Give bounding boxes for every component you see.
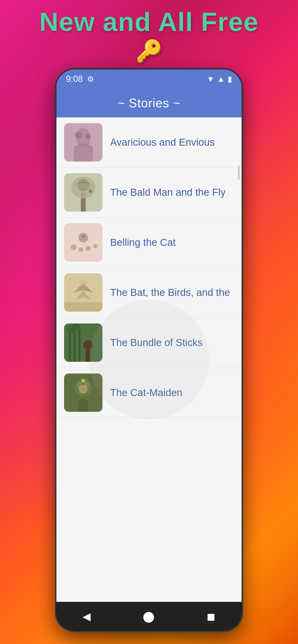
story-title: The Bald Man and the Fly <box>110 186 234 199</box>
story-title: The Bundle of Sticks <box>110 336 234 349</box>
story-title: The Bat, the Birds, and the <box>110 286 234 299</box>
svg-rect-24 <box>74 328 76 362</box>
story-thumbnail <box>64 374 102 412</box>
home-button[interactable]: ⬤ <box>143 610 155 622</box>
svg-point-9 <box>89 189 92 193</box>
story-title: Avaricious and Envious <box>110 136 234 149</box>
stories-list[interactable]: Avaricious and Envious The Bald Man and … <box>56 118 242 602</box>
status-time: 9:08 <box>66 74 83 84</box>
key-icon: 🔑 <box>135 38 163 64</box>
app-bar: ~ Stories ~ <box>56 89 242 118</box>
story-items-container: Avaricious and Envious The Bald Man and … <box>56 118 242 418</box>
svg-point-8 <box>77 179 89 191</box>
svg-point-35 <box>81 379 85 382</box>
svg-rect-23 <box>69 330 71 362</box>
bottom-navigation: ◀ ⬤ ◼ <box>56 602 242 630</box>
svg-point-28 <box>83 340 93 350</box>
main-title: New and All Free <box>39 7 259 36</box>
svg-text:✦: ✦ <box>69 278 71 281</box>
svg-point-17 <box>81 235 85 238</box>
story-thumbnail <box>64 123 102 162</box>
svg-point-15 <box>93 244 97 248</box>
list-item[interactable]: Belling the Cat <box>56 218 242 268</box>
list-item[interactable]: The Bundle of Sticks <box>56 318 242 368</box>
list-item[interactable]: ✦ The Bat, the Birds, and the <box>56 268 242 318</box>
signal-icon: ▲ <box>217 75 225 84</box>
story-thumbnail <box>64 223 102 262</box>
app-bar-title: ~ Stories ~ <box>117 96 181 110</box>
story-thumbnail <box>64 173 102 212</box>
story-thumbnail <box>64 324 102 362</box>
list-item[interactable]: Avaricious and Envious <box>56 118 242 168</box>
story-title: The Cat-Maiden <box>110 386 234 400</box>
recent-apps-button[interactable]: ◼ <box>207 610 215 622</box>
svg-point-19 <box>80 279 87 286</box>
status-left: 9:08 ⚙ <box>66 74 94 84</box>
status-right: ▼ ▲ ▮ <box>207 74 232 84</box>
wifi-icon: ▼ <box>207 75 215 84</box>
svg-rect-4 <box>64 123 102 162</box>
phone-frame: 9:08 ⚙ ▼ ▲ ▮ ~ Stories ~ <box>55 68 243 632</box>
header-area: New and All Free 🔑 <box>0 0 298 68</box>
svg-point-34 <box>79 385 88 394</box>
scroll-indicator[interactable] <box>238 165 240 180</box>
phone-screen: 9:08 ⚙ ▼ ▲ ▮ ~ Stories ~ <box>56 70 242 630</box>
svg-point-13 <box>78 247 83 252</box>
battery-icon: ▮ <box>228 74 232 84</box>
back-button[interactable]: ◀ <box>83 610 91 622</box>
svg-point-14 <box>85 246 91 251</box>
story-thumbnail: ✦ <box>64 273 102 312</box>
svg-point-12 <box>71 244 77 250</box>
svg-point-27 <box>72 324 80 330</box>
settings-icon: ⚙ <box>87 74 94 84</box>
list-item[interactable]: The Bald Man and the Fly <box>56 168 242 218</box>
svg-rect-29 <box>86 350 90 362</box>
story-title: Belling the Cat <box>110 236 234 249</box>
status-bar: 9:08 ⚙ ▼ ▲ ▮ <box>56 70 242 89</box>
svg-rect-21 <box>64 302 102 312</box>
svg-rect-25 <box>78 330 80 362</box>
list-item[interactable]: The Cat-Maiden <box>56 368 242 418</box>
